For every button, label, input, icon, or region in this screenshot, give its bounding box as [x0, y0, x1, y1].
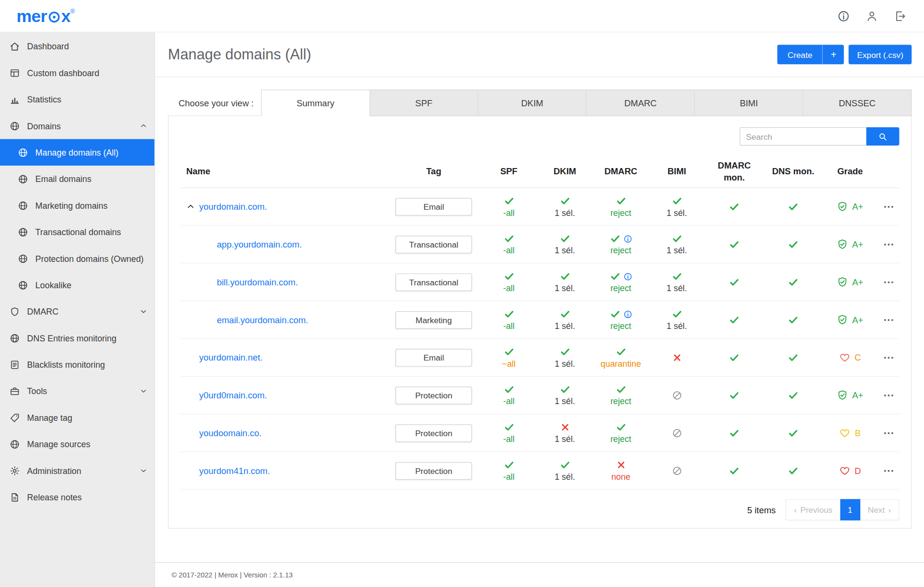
info-icon[interactable]	[837, 10, 850, 22]
sidebar-item-administration[interactable]: Administration	[0, 457, 154, 484]
next-page-button[interactable]: Next ›	[860, 499, 900, 520]
registered-mark: ®	[70, 9, 74, 14]
domain-link[interactable]: youdoomain.co.	[199, 428, 261, 438]
check-icon	[504, 196, 514, 206]
sidebar-item-transactional-domains[interactable]: Transactional domains	[0, 219, 154, 245]
tag-badge: Transactional	[395, 273, 472, 291]
shield-check-icon	[837, 314, 848, 325]
tab-summary[interactable]: Summary	[261, 90, 370, 116]
row-actions-button[interactable]	[882, 465, 894, 477]
table-row: email.yourdomain.com.Marketing-all1 sél.…	[180, 301, 900, 339]
tab-dkim[interactable]: DKIM	[478, 90, 586, 116]
dmarc-mon-cell	[705, 277, 764, 287]
collapse-chevron-icon[interactable]	[186, 202, 195, 211]
sidebar-item-release-notes[interactable]: Release notes	[0, 484, 154, 510]
gear-icon	[10, 465, 20, 476]
sidebar-item-manage-tag[interactable]: Manage tag	[0, 404, 154, 430]
dkim-cell: 1 sél.	[537, 422, 593, 444]
table-row: youdoomain.co.Protection-all1 sél.reject…	[180, 414, 900, 452]
bimi-cell	[649, 428, 705, 438]
export-csv-button[interactable]: Export (.csv)	[849, 45, 912, 65]
actions-cell	[878, 314, 900, 326]
create-button[interactable]: Create +	[778, 45, 844, 65]
previous-page-button[interactable]: ‹ Previous	[786, 499, 840, 520]
tools-icon	[10, 386, 20, 396]
sidebar-item-dns-entries-monitoring[interactable]: DNS Entries monitoring	[0, 325, 154, 351]
dns-mon-cell	[764, 315, 823, 325]
user-icon[interactable]	[866, 10, 878, 22]
search-button[interactable]	[866, 127, 899, 146]
row-actions-button[interactable]	[882, 389, 894, 401]
tag-cell: Email	[386, 349, 481, 366]
table-header: NameTagSPFDKIMDMARCBIMIDMARC mon.DNS mon…	[180, 155, 900, 188]
row-actions-button[interactable]	[882, 201, 894, 213]
domain-link[interactable]: app.yourdomain.com.	[217, 239, 302, 249]
tab-dmarc[interactable]: DMARC	[586, 90, 695, 116]
merox-logo[interactable]: merx ®	[16, 7, 74, 24]
bimi-cell	[649, 352, 705, 362]
sidebar-item-statistics[interactable]: Statistics	[0, 86, 154, 113]
column-header-bimi: BIMI	[649, 161, 705, 182]
domain-link[interactable]: yourdomain.com.	[199, 202, 267, 212]
sidebar-item-dmarc[interactable]: DMARC	[0, 298, 154, 325]
sidebar-item-lookalike[interactable]: Lookalike	[0, 271, 154, 298]
sidebar-item-label: Dashboard	[27, 42, 69, 51]
sidebar-item-label: Custom dashboard	[27, 68, 100, 78]
chevron-down-icon	[140, 308, 147, 316]
sidebar-item-tools[interactable]: Tools	[0, 378, 154, 404]
page-1-button[interactable]: 1	[840, 499, 860, 520]
tag-icon	[10, 412, 20, 423]
domain-link[interactable]: email.yourdomain.com.	[217, 315, 308, 325]
sidebar-item-label: Release notes	[27, 492, 82, 502]
row-actions-button[interactable]	[882, 351, 894, 363]
tab-bimi[interactable]: BIMI	[695, 90, 803, 116]
sidebar-item-dashboard[interactable]: Dashboard	[0, 33, 154, 59]
grade-cell: A+	[823, 390, 877, 401]
dmarc-cell: reject	[593, 233, 649, 255]
check-icon	[616, 347, 626, 357]
search-input[interactable]	[740, 127, 867, 146]
domain-link[interactable]: yourdomain.net.	[199, 352, 262, 362]
choose-view-label: Choose your view :	[168, 90, 261, 116]
sidebar-item-protection-domains-owned[interactable]: Protection domains (Owned)	[0, 245, 154, 271]
footer-text: © 2017-2022 | Merox | Version : 2.1.13	[171, 571, 293, 579]
sidebar-item-label: Administration	[27, 466, 81, 475]
check-icon	[560, 309, 570, 319]
sidebar-item-manage-sources[interactable]: Manage sources	[0, 431, 154, 457]
dashboard-icon	[10, 68, 20, 78]
domain-link[interactable]: y0urd0main.com.	[199, 390, 267, 400]
domain-link[interactable]: bill.yourdomain.com.	[217, 277, 298, 287]
caret-spacer	[186, 429, 195, 437]
sidebar-item-email-domains[interactable]: Email domains	[0, 166, 154, 192]
check-icon	[788, 201, 799, 212]
sidebar-item-manage-domains-all[interactable]: Manage domains (All)	[0, 139, 154, 165]
info-icon[interactable]	[623, 234, 632, 243]
sidebar-item-label: Email domains	[35, 174, 91, 184]
tab-dnssec[interactable]: DNSSEC	[803, 90, 912, 116]
actions-cell	[878, 465, 900, 477]
dmarc-mon-cell	[705, 315, 764, 325]
tab-spf[interactable]: SPF	[370, 90, 478, 116]
logout-icon[interactable]	[894, 10, 906, 22]
sidebar-item-label: Lookalike	[35, 280, 71, 290]
sidebar-item-domains[interactable]: Domains	[0, 113, 154, 139]
dns-mon-cell	[764, 390, 823, 400]
row-actions-button[interactable]	[882, 276, 894, 288]
row-actions-button[interactable]	[882, 427, 894, 439]
sidebar-item-blacklists-monitoring[interactable]: Blacklists monitoring	[0, 351, 154, 378]
info-icon[interactable]	[623, 310, 632, 318]
caret-spacer	[204, 240, 213, 248]
row-actions-button[interactable]	[882, 314, 894, 326]
grade-cell: B	[823, 427, 877, 438]
row-actions-button[interactable]	[882, 238, 894, 250]
check-icon	[788, 315, 799, 325]
globe-icon	[10, 333, 20, 343]
sidebar-item-label: Manage sources	[27, 440, 90, 449]
check-icon	[788, 277, 799, 287]
tag-cell: Transactional	[386, 236, 481, 253]
spf-cell: -all	[481, 422, 537, 444]
info-icon[interactable]	[623, 272, 632, 281]
domain-link[interactable]: yourdom41n.com.	[199, 465, 270, 475]
sidebar-item-custom-dashboard[interactable]: Custom dashboard	[0, 59, 154, 86]
sidebar-item-marketing-domains[interactable]: Marketing domains	[0, 192, 154, 218]
